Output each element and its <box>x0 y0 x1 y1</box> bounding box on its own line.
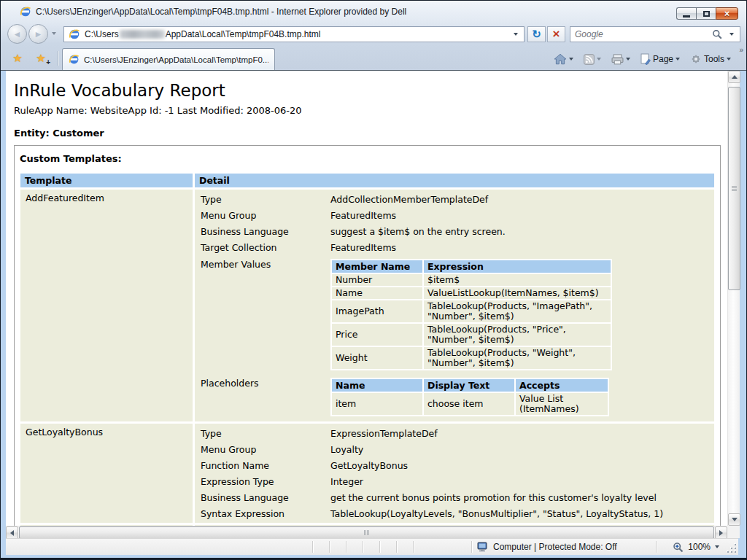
detail-value: get the current bonus points promotion f… <box>330 489 711 505</box>
detail-value: suggest a $item$ on the entry screen. <box>330 223 711 239</box>
detail-row: Function NameGetLoyaltyBonus <box>198 457 711 473</box>
chevron-down-icon <box>52 32 56 35</box>
search-icon[interactable] <box>712 29 722 39</box>
nested-cell: choose item <box>424 393 514 415</box>
refresh-button[interactable]: ↻ <box>527 26 546 42</box>
back-button[interactable]: ◄ <box>7 24 27 44</box>
nested-row: PriceTableLookup(Products, "Price", "Num… <box>332 324 611 346</box>
template-detail-cell: TypeExpressionTemplateDefMenu GroupLoyal… <box>195 424 714 523</box>
printer-icon <box>611 54 624 65</box>
home-button[interactable] <box>549 50 578 68</box>
favorites-button[interactable]: ★ <box>7 49 28 67</box>
vertical-scrollbar[interactable] <box>727 71 740 526</box>
maximize-button[interactable] <box>696 7 716 20</box>
nested-cell: Weight <box>332 347 422 369</box>
chevron-down-icon[interactable] <box>626 58 630 61</box>
chevron-down-icon <box>514 33 518 36</box>
nested-cell: ImagePath <box>332 300 422 322</box>
entity-heading: Entity: Customer <box>14 128 721 139</box>
toolbar-overflow-chevron[interactable]: » <box>739 46 743 54</box>
detail-label: Menu Group <box>198 207 330 223</box>
status-divider <box>413 541 414 553</box>
search-dropdown-button[interactable] <box>728 30 735 39</box>
column-header-detail: Detail <box>195 174 714 187</box>
chevron-down-icon[interactable] <box>727 58 731 61</box>
chevron-down-icon[interactable] <box>676 58 680 61</box>
status-divider <box>363 541 363 553</box>
horizontal-scrollbar-thumb[interactable] <box>19 526 714 539</box>
detail-row: TypeAddCollectionMemberTemplateDef <box>198 191 711 207</box>
detail-label: Business Language <box>198 489 330 505</box>
section-heading: Custom Templates: <box>20 153 716 164</box>
arrow-up-icon <box>732 75 738 79</box>
nested-cell: Price <box>332 324 422 346</box>
tab-bar: ★ ★ + C:\Users\JEnzinger\AppData\Local\T… <box>1 46 746 70</box>
status-divider <box>471 541 472 553</box>
detail-row: Menu GroupFeaturedItems <box>198 207 711 223</box>
resize-grip[interactable] <box>727 544 736 553</box>
feeds-button[interactable] <box>578 50 606 68</box>
status-divider <box>329 541 330 553</box>
scroll-up-button[interactable] <box>728 71 740 83</box>
zoom-control[interactable]: 100% <box>673 539 719 555</box>
detail-value: FeaturedItems <box>330 239 711 255</box>
rss-feed-icon <box>584 54 595 65</box>
detail-row: Business Languageget the current bonus p… <box>198 489 711 505</box>
page-menu-button[interactable]: Page <box>635 50 685 68</box>
nested-cell: Name <box>332 287 422 299</box>
detail-label: Syntax Expression <box>198 505 330 521</box>
nested-cell: $item$ <box>424 274 611 286</box>
horizontal-scrollbar[interactable] <box>6 526 727 538</box>
vertical-scrollbar-thumb[interactable] <box>728 87 740 290</box>
nested-column-header: Accepts <box>516 379 608 392</box>
detail-row: PlaceholdersNameDisplay TextAcceptsitemc… <box>198 374 711 420</box>
report-subtitle: RuleApp Name: WebsiteApp Id: -1 Last Mod… <box>14 105 721 116</box>
stop-button[interactable]: × <box>547 26 565 42</box>
tools-menu-button[interactable]: Tools <box>685 50 736 68</box>
history-dropdown-button[interactable] <box>52 32 56 35</box>
chevron-down-icon[interactable] <box>715 545 719 548</box>
address-bar[interactable]: C:\Users AppData\Local\Temp\tmpF04B.tmp.… <box>63 26 525 42</box>
add-favorite-button[interactable]: ★ + <box>30 49 52 67</box>
status-divider <box>396 541 397 553</box>
nested-cell: TableLookup(Products, "Price", "Number",… <box>424 324 611 346</box>
scroll-left-button[interactable] <box>6 526 18 539</box>
search-box[interactable]: Google <box>570 26 740 42</box>
scroll-down-button[interactable] <box>728 513 740 526</box>
address-dropdown-button[interactable] <box>512 30 519 39</box>
print-button[interactable] <box>606 50 635 68</box>
tab-active[interactable]: C:\Users\JEnzinger\AppData\Local\Temp\tm… <box>62 48 275 70</box>
column-header-template: Template <box>20 174 193 187</box>
favorites-star-icon: ★ <box>12 52 22 63</box>
detail-label: Menu Group <box>198 441 330 457</box>
detail-value: Loyalty <box>330 441 711 457</box>
window-frame-left <box>1 71 6 558</box>
address-prefix: C:\Users <box>85 29 119 39</box>
home-icon <box>554 53 567 65</box>
minimize-button[interactable] <box>676 7 696 20</box>
chevron-down-icon[interactable] <box>569 58 573 61</box>
close-button[interactable]: × <box>716 7 738 20</box>
nested-row: ImagePathTableLookup(Products, "ImagePat… <box>332 300 611 322</box>
nested-column-header: Display Text <box>424 379 514 392</box>
forward-button[interactable]: ► <box>28 24 48 44</box>
title-bar[interactable]: C:\Users\JEnzinger\AppData\Local\Temp\tm… <box>1 1 746 23</box>
page-title: InRule Vocabulary Report <box>14 81 721 100</box>
nested-cell: Number <box>332 274 422 286</box>
nested-cell: TableLookup(Products, "ImagePath", "Numb… <box>424 300 611 322</box>
chevron-down-icon[interactable] <box>597 58 601 61</box>
maximize-icon <box>703 11 710 17</box>
window-frame-bottom <box>1 555 746 559</box>
templates-table-body: AddFeaturedItemTypeAddCollectionMemberTe… <box>20 190 714 526</box>
detail-label: Type <box>198 191 330 207</box>
command-bar: Page Tools <box>549 50 736 68</box>
page-menu-label: Page <box>653 54 673 64</box>
arrow-left-icon <box>10 530 14 536</box>
scrollbar-corner <box>727 526 740 538</box>
scrollbar-grip <box>732 186 737 187</box>
security-zone: Computer | Protected Mode: Off <box>477 539 617 555</box>
scroll-right-button[interactable] <box>715 526 727 539</box>
window-controls: × <box>676 7 738 20</box>
ie-window: C:\Users\JEnzinger\AppData\Local\Temp\tm… <box>0 0 747 560</box>
plus-icon: + <box>46 59 50 66</box>
